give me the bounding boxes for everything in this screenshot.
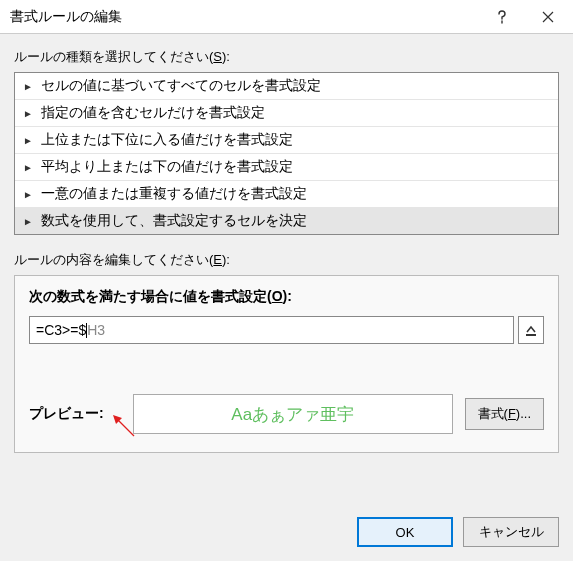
text-caret (86, 323, 87, 338)
format-button-end: )... (516, 406, 531, 421)
window-title: 書式ルールの編集 (10, 8, 479, 26)
preview-label: プレビュー: (29, 405, 121, 423)
preview-row: プレビュー: Aaあぁアァ亜宇 書式(F)... (29, 394, 544, 434)
titlebar: 書式ルールの編集 (0, 0, 573, 34)
triangle-icon: ► (23, 216, 33, 227)
rule-type-item-label: 平均より上または下の値だけを書式設定 (41, 158, 293, 176)
rule-content-label-text: ルールの内容を編集してください( (14, 252, 213, 267)
rule-type-label-text: ルールの種類を選択してください( (14, 49, 213, 64)
triangle-icon: ► (23, 135, 33, 146)
close-button[interactable] (525, 1, 571, 33)
collapse-dialog-button[interactable] (518, 316, 544, 344)
rule-type-item-label: 指定の値を含むセルだけを書式設定 (41, 104, 265, 122)
formula-row: =C3>=$H3 (29, 316, 544, 344)
format-button-text: 書式( (478, 406, 508, 421)
rule-type-label-end: ): (222, 49, 230, 64)
rule-type-item[interactable]: ►平均より上または下の値だけを書式設定 (15, 154, 558, 181)
dialog-body: ルールの種類を選択してください(S): ►セルの値に基づいてすべてのセルを書式設… (0, 34, 573, 561)
rule-type-item[interactable]: ►上位または下位に入る値だけを書式設定 (15, 127, 558, 154)
svg-rect-0 (526, 334, 536, 336)
triangle-icon: ► (23, 189, 33, 200)
rule-type-label: ルールの種類を選択してください(S): (14, 48, 559, 66)
help-icon (497, 10, 507, 24)
rule-type-list: ►セルの値に基づいてすべてのセルを書式設定 ►指定の値を含むセルだけを書式設定 … (14, 72, 559, 235)
format-button-accel: F (508, 406, 516, 421)
rule-type-item-label: 数式を使用して、書式設定するセルを決定 (41, 212, 307, 230)
triangle-icon: ► (23, 162, 33, 173)
rule-content-label-end: ): (222, 252, 230, 267)
triangle-icon: ► (23, 81, 33, 92)
cancel-button[interactable]: キャンセル (463, 517, 559, 547)
rule-content-label: ルールの内容を編集してください(E): (14, 251, 559, 269)
rule-type-item-label: セルの値に基づいてすべてのセルを書式設定 (41, 77, 321, 95)
collapse-icon (524, 323, 538, 337)
rule-type-label-accel: S (213, 49, 222, 64)
formula-title-end: ): (283, 288, 292, 304)
dialog-buttons: OK キャンセル (357, 517, 559, 547)
rule-type-item[interactable]: ►指定の値を含むセルだけを書式設定 (15, 100, 558, 127)
triangle-icon: ► (23, 108, 33, 119)
rule-type-item[interactable]: ►セルの値に基づいてすべてのセルを書式設定 (15, 73, 558, 100)
rule-content-label-accel: E (213, 252, 222, 267)
formula-title-text: 次の数式を満たす場合に値を書式設定( (29, 288, 272, 304)
formula-value-before: =C3>=$ (36, 322, 86, 338)
ok-button[interactable]: OK (357, 517, 453, 547)
formula-title-accel: O (272, 288, 283, 304)
rule-type-item-label: 一意の値または重複する値だけを書式設定 (41, 185, 307, 203)
close-icon (542, 11, 554, 23)
formula-title: 次の数式を満たす場合に値を書式設定(O): (29, 288, 544, 306)
formula-input[interactable]: =C3>=$H3 (29, 316, 514, 344)
rule-type-item-label: 上位または下位に入る値だけを書式設定 (41, 131, 293, 149)
rule-type-item[interactable]: ►一意の値または重複する値だけを書式設定 (15, 181, 558, 208)
rule-content-panel: 次の数式を満たす場合に値を書式設定(O): =C3>=$H3 プレビュー: Aa… (14, 275, 559, 453)
formula-value-after: H3 (87, 322, 105, 338)
format-button[interactable]: 書式(F)... (465, 398, 544, 430)
rule-type-item[interactable]: ►数式を使用して、書式設定するセルを決定 (15, 208, 558, 234)
help-button[interactable] (479, 1, 525, 33)
preview-sample: Aaあぁアァ亜宇 (133, 394, 453, 434)
